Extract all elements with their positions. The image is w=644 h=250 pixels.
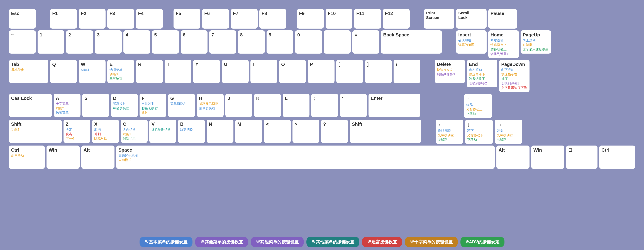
key-f5[interactable]: F5 <box>174 9 200 29</box>
key-1[interactable]: 1 <box>38 30 64 54</box>
key-8[interactable]: 8 <box>238 30 265 54</box>
key-o[interactable]: O <box>279 60 306 83</box>
key-6[interactable]: 6 <box>181 30 208 54</box>
key-end[interactable]: End 向左滚动 快速命令下 装备切换下 切换到弹幕2 <box>467 60 497 88</box>
key-n[interactable]: N <box>206 120 234 143</box>
badge-other-menu-3: ※其他菜单的按键设置 <box>306 237 360 247</box>
key-c[interactable]: C 方向切换 功能1 对话记录 <box>121 120 148 143</box>
key-d[interactable]: D 弹幕发射 标签切换左 <box>111 94 138 117</box>
key-rshift[interactable]: Shift <box>350 120 421 143</box>
key-insert[interactable]: Insert 确认现在 弹幕的范围 <box>456 30 486 54</box>
key-lbracket[interactable]: [ <box>336 60 363 83</box>
key-ralt[interactable]: Alt <box>496 145 530 169</box>
key-v[interactable]: V 迷你地图切换 <box>149 120 176 143</box>
key-m[interactable]: M <box>235 120 262 143</box>
qwerty-row: Tab 原地踏步 Q W 功能4 E 选项菜单 功能3 章节结束 R T Y U… <box>9 60 635 92</box>
key-7[interactable]: 7 <box>209 30 236 54</box>
key-s[interactable]: S <box>82 94 109 117</box>
key-h[interactable]: H 状态显示切换 菜单切换右 <box>197 94 224 117</box>
key-f8[interactable]: F8 <box>260 9 286 29</box>
key-x[interactable]: X 取消 冲刺 隐藏对话 <box>92 120 119 143</box>
key-f7[interactable]: F7 <box>231 9 258 29</box>
key-period[interactable]: > <box>292 120 319 143</box>
key-equals[interactable]: = <box>352 30 379 54</box>
key-right[interactable]: → 装备 光标移动右 右移动 <box>495 120 522 144</box>
arrow-cluster: ↑ 物品 光标移动上 上移动 <box>435 94 492 118</box>
key-5[interactable]: 5 <box>152 30 179 54</box>
key-rctrl[interactable]: Ctrl <box>599 145 635 169</box>
keyboard-container: Esc F1 F2 F3 F4 F5 F6 F7 F8 F9 F10 F11 F… <box>4 3 640 236</box>
key-pause[interactable]: Pause <box>488 9 517 29</box>
key-rwin[interactable]: Win <box>531 145 564 169</box>
key-tilde[interactable]: ~ <box>9 30 36 54</box>
key-f1[interactable]: F1 <box>50 9 77 29</box>
key-space[interactable]: Space 高亮迷你地图 自动模式 <box>116 145 495 169</box>
key-pagedown[interactable]: PageDown 向下滚动 快速指令右 排序 切换到弹幕1 文字显示速度下降 <box>499 60 530 92</box>
key-f6[interactable]: F6 <box>202 9 229 29</box>
key-l[interactable]: L <box>283 94 310 117</box>
key-p[interactable]: P <box>308 60 334 83</box>
badge-other-menu-1: ※其他菜单的按键设置 <box>195 237 248 247</box>
key-backslash[interactable]: \ <box>394 60 420 83</box>
key-comma[interactable]: < <box>264 120 291 143</box>
arrow-bottom-row: ← 作战·编队 光标移动左 左移动 ↓ 蹲下 光标移动下 下移动 → 装备 <box>436 120 522 144</box>
key-e[interactable]: E 选项菜单 功能3 章节结束 <box>107 60 134 83</box>
key-minus[interactable]: — <box>324 30 350 54</box>
key-rbracket[interactable]: ] <box>365 60 392 83</box>
key-down[interactable]: ↓ 蹲下 光标移动下 下移动 <box>465 120 493 144</box>
key-semicolon[interactable]: ; <box>311 94 338 117</box>
badge-other-menu-2: ※其他菜单的按键设置 <box>251 237 304 247</box>
key-3[interactable]: 3 <box>95 30 122 54</box>
key-home[interactable]: Home 向右滚动 快速指令上 装备切换上 切换到弹幕4 <box>488 30 519 58</box>
key-r[interactable]: R <box>136 60 163 83</box>
key-menu[interactable]: ⊟ <box>566 145 598 169</box>
key-q[interactable]: Q <box>50 60 77 83</box>
key-a[interactable]: A 十字菜单 功能2 选项菜单 <box>54 94 80 117</box>
fn-row: Esc F1 F2 F3 F4 F5 F6 F7 F8 F9 F10 F11 F… <box>9 9 635 29</box>
key-f9[interactable]: F9 <box>297 9 324 29</box>
key-g[interactable]: G 菜单切换左 <box>168 94 195 117</box>
key-t[interactable]: T <box>164 60 192 83</box>
key-scroll-lock[interactable]: ScrollLock <box>456 9 486 29</box>
key-left[interactable]: ← 作战·编队 光标移动左 左移动 <box>436 120 463 144</box>
key-lctrl[interactable]: Ctrl 斜角移动 <box>9 145 45 169</box>
key-f3[interactable]: F3 <box>107 9 134 29</box>
badge-basic-menu: ※基本菜单的按键设置 <box>140 237 192 247</box>
key-tab[interactable]: Tab 原地踏步 <box>9 60 48 83</box>
key-up[interactable]: ↑ 物品 光标移动上 上移动 <box>464 94 492 118</box>
key-quote[interactable]: ' <box>340 94 367 117</box>
key-u[interactable]: U <box>222 60 249 83</box>
key-esc[interactable]: Esc <box>9 9 36 29</box>
key-f[interactable]: F 自动冲刺 标签切换右 跳过 <box>140 94 166 117</box>
key-f10[interactable]: F10 <box>326 9 352 29</box>
key-k[interactable]: K <box>254 94 281 117</box>
key-pageup[interactable]: PageUp 向上滚动 过滤器 文字显示速度提高 <box>520 30 551 54</box>
key-f4[interactable]: F4 <box>136 9 163 29</box>
key-slash[interactable]: ? <box>321 120 348 143</box>
ctrl-row: Ctrl 斜角移动 Win Alt Space 高亮迷你地图 自动模式 Alt … <box>9 145 635 169</box>
key-9[interactable]: 9 <box>266 30 294 54</box>
key-backspace[interactable]: Back Space <box>381 30 442 54</box>
footer-bar: ※基本菜单的按键设置 ※其他菜单的按键设置 ※其他菜单的按键设置 ※其他菜单的按… <box>4 237 640 247</box>
key-capslock[interactable]: Cas Lock <box>9 94 52 117</box>
key-j[interactable]: J <box>226 94 252 117</box>
key-4[interactable]: 4 <box>124 30 150 54</box>
zxcv-row: Shift 功能5 Z 决定 攻击 下一个 X 取消 冲刺 隐藏对话 C 方向 <box>9 120 635 144</box>
key-lwin[interactable]: Win <box>46 145 80 169</box>
key-w[interactable]: W 功能4 <box>79 60 106 83</box>
badge-cross-menu: ※十字菜单的按键设置 <box>405 237 458 247</box>
key-enter[interactable]: Enter <box>368 94 420 117</box>
key-z[interactable]: Z 决定 攻击 下一个 <box>64 120 90 143</box>
key-f12[interactable]: F12 <box>383 9 410 29</box>
key-lalt[interactable]: Alt <box>82 145 114 169</box>
key-delete[interactable]: Delete 快速指令左 切换到弹幕3 <box>435 60 465 83</box>
key-print-screen[interactable]: PrintScreen <box>424 9 454 29</box>
key-i[interactable]: I <box>250 60 277 83</box>
key-f11[interactable]: F11 <box>354 9 381 29</box>
key-lshift[interactable]: Shift 功能5 <box>9 120 62 143</box>
key-b[interactable]: B 玩家切换 <box>178 120 205 143</box>
key-f2[interactable]: F2 <box>79 9 106 29</box>
key-2[interactable]: 2 <box>66 30 93 54</box>
key-y[interactable]: Y <box>193 60 220 83</box>
key-0[interactable]: 0 <box>295 30 322 54</box>
